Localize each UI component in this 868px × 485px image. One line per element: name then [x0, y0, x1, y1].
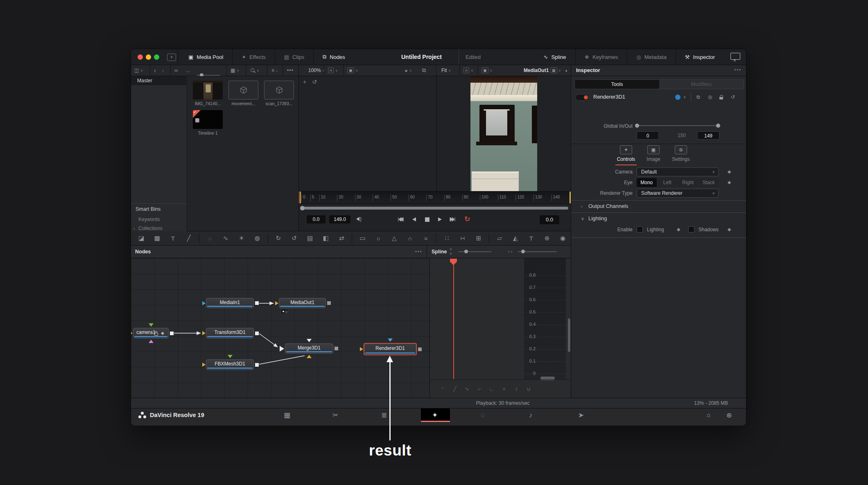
clip-item[interactable]: movement...: [228, 81, 258, 106]
global-out-field[interactable]: 149: [697, 131, 719, 140]
page-deliver[interactable]: ➤: [575, 408, 587, 422]
tab-spline[interactable]: ∿Spline: [534, 49, 575, 65]
reset-history-icon[interactable]: ↺: [731, 94, 735, 100]
minimize-window-button[interactable]: [146, 54, 151, 60]
tool-colorcurves-icon[interactable]: ∿: [218, 235, 234, 242]
spline-playhead-handle[interactable]: [450, 259, 457, 265]
viewer2-layout-dropdown[interactable]: ▣∨: [481, 65, 492, 76]
tab-metadata[interactable]: ◎Metadata: [627, 49, 676, 65]
play-reverse-button[interactable]: [409, 216, 418, 223]
spline-hscale-slider[interactable]: [518, 251, 557, 252]
tool-merge3d-icon[interactable]: ⊕: [539, 235, 555, 242]
page-fairlight[interactable]: ♪: [524, 408, 537, 422]
eye-option-right[interactable]: Right: [678, 178, 698, 187]
viewer2-channel-a-dropdown[interactable]: A∨: [463, 65, 473, 76]
tab-media-pool[interactable]: ▣Media Pool: [179, 49, 232, 65]
node-camera1[interactable]: camera1◈: [133, 328, 169, 338]
close-window-button[interactable]: [138, 54, 143, 60]
spline-vscale-slider[interactable]: [459, 251, 491, 252]
node-Merge3D1[interactable]: Merge3D1: [285, 343, 333, 354]
bin-master[interactable]: Master: [131, 76, 187, 85]
tool-fastnoise-icon[interactable]: ▩: [149, 235, 165, 242]
lock-icon[interactable]: [719, 95, 723, 100]
node-pass-through-badge[interactable]: [281, 309, 288, 314]
tab-image[interactable]: ▣Image: [640, 145, 667, 162]
tab-settings[interactable]: ⊛Settings: [667, 145, 695, 162]
back-button[interactable]: ‹: [154, 65, 156, 76]
tool-polygon-mask-icon[interactable]: △: [387, 235, 402, 242]
audio-mute-icon[interactable]: ): [356, 216, 362, 222]
tool-text3d-icon[interactable]: T: [523, 235, 539, 242]
global-in-out-slider[interactable]: [637, 125, 719, 126]
smart-bin-keywords[interactable]: Keywords: [131, 215, 187, 223]
node-Transform3D1[interactable]: Transform3D1: [206, 328, 254, 338]
go-to-start-button[interactable]: [396, 216, 405, 223]
copy-settings-icon[interactable]: ⧉: [696, 94, 700, 100]
clip-item[interactable]: ✓▦Timeline 1: [193, 110, 223, 135]
node-output-port[interactable]: [327, 301, 331, 305]
node-input-port[interactable]: [202, 363, 206, 367]
tool-prender-icon[interactable]: ∺: [455, 235, 471, 242]
lighting-enable-checkbox[interactable]: [637, 226, 643, 232]
node-MediaIn1[interactable]: MediaIn1: [206, 298, 254, 308]
settings-gear-icon[interactable]: ⊛: [726, 411, 732, 419]
node-bottom-port[interactable]: [307, 355, 312, 358]
eye-keyframe-icon[interactable]: ◆: [728, 180, 731, 185]
spline-vertical-scrollbar[interactable]: [568, 318, 570, 352]
node-bottom-port[interactable]: [149, 340, 154, 343]
viewer-stereo-icon[interactable]: ⧉: [422, 65, 426, 76]
node-FBXMesh3D1[interactable]: FBXMesh3D1: [206, 359, 254, 370]
tool-transform-icon[interactable]: ↻: [271, 235, 287, 242]
tool-background-icon[interactable]: ◪: [133, 235, 149, 242]
tab-modifiers[interactable]: Modifiers: [659, 80, 744, 89]
node-output-port[interactable]: [418, 347, 422, 351]
shadows-enable-checkbox[interactable]: [688, 226, 694, 232]
render-out-field[interactable]: 149.0: [329, 215, 350, 223]
tool-camera3d-icon[interactable]: ◉: [555, 235, 571, 242]
tab-inspector[interactable]: ⚒Inspector: [676, 49, 724, 65]
tool-shape3d-icon[interactable]: ◭: [508, 235, 524, 242]
current-frame-field[interactable]: 0.0: [540, 215, 559, 224]
output-channels-chevron[interactable]: ›: [581, 204, 583, 209]
tool-ellipse-mask-icon[interactable]: ○: [371, 235, 387, 242]
tab-nodes[interactable]: ⧉Nodes: [313, 49, 354, 65]
tab-effects[interactable]: ✦Effects: [232, 49, 274, 65]
tab-controls[interactable]: ✦Controls: [612, 145, 640, 162]
spline-zoom-buttons[interactable]: ∧∨: [450, 247, 452, 256]
page-cut[interactable]: ✂: [329, 408, 341, 422]
viewer2-source-chevron[interactable]: ∨: [558, 65, 561, 76]
viewer-layout-dropdown[interactable]: ▣∨: [347, 65, 358, 76]
grid-view-button[interactable]: ▦∨: [231, 65, 239, 76]
tool-bspline-mask-icon[interactable]: ∩: [402, 235, 418, 242]
page-media[interactable]: ▦: [281, 408, 293, 422]
spline-tool-ease-icon[interactable]: ◜: [436, 386, 449, 392]
node-input-port[interactable]: [275, 301, 278, 305]
spline-tool-linear-icon[interactable]: ╱: [449, 386, 461, 392]
tool-dve-icon[interactable]: ↺: [286, 235, 302, 242]
renderer-type-dropdown[interactable]: Software Renderer∨: [637, 189, 719, 198]
node-Renderer3D1[interactable]: Renderer3D1: [364, 343, 417, 355]
tool-ranges-mask-icon[interactable]: ≈: [418, 235, 434, 242]
tool-channelbooleans-icon[interactable]: ⇄: [334, 235, 350, 242]
viewer2-sphere-icon[interactable]: ◑: [564, 65, 567, 76]
global-in-field[interactable]: 0: [637, 131, 659, 140]
spline-tool-invert-icon[interactable]: ×: [498, 386, 510, 392]
go-to-end-button[interactable]: [448, 216, 457, 223]
node-enable-toggle[interactable]: [575, 94, 589, 101]
loop-playback-button[interactable]: ↻: [464, 215, 470, 223]
node-graph[interactable]: MediaIn1MediaOut1camera1◈Transform3D1Mer…: [131, 258, 429, 398]
inspector-options-button[interactable]: •••: [734, 67, 741, 72]
node-output-port[interactable]: [170, 332, 174, 335]
clip-item[interactable]: IMG_74140...: [193, 81, 223, 106]
pin-icon[interactable]: ◎: [708, 94, 712, 100]
page-fusion[interactable]: ✦: [429, 408, 441, 422]
render-in-field[interactable]: 0.0: [307, 215, 326, 223]
viewer-fit-dropdown[interactable]: Fit∨: [441, 65, 451, 76]
timeline-range-scrollbar[interactable]: [299, 204, 571, 212]
eye-option-stack[interactable]: Stack: [699, 178, 719, 187]
thumb-options-icon[interactable]: ...: [186, 65, 190, 76]
output-channels-header[interactable]: Output Channels: [588, 203, 628, 209]
tool-paint-icon[interactable]: ╱: [181, 235, 197, 242]
tool-mattecontrol-icon[interactable]: ◧: [318, 235, 334, 242]
spline-tool-step-in-icon[interactable]: ⌐: [473, 386, 486, 392]
